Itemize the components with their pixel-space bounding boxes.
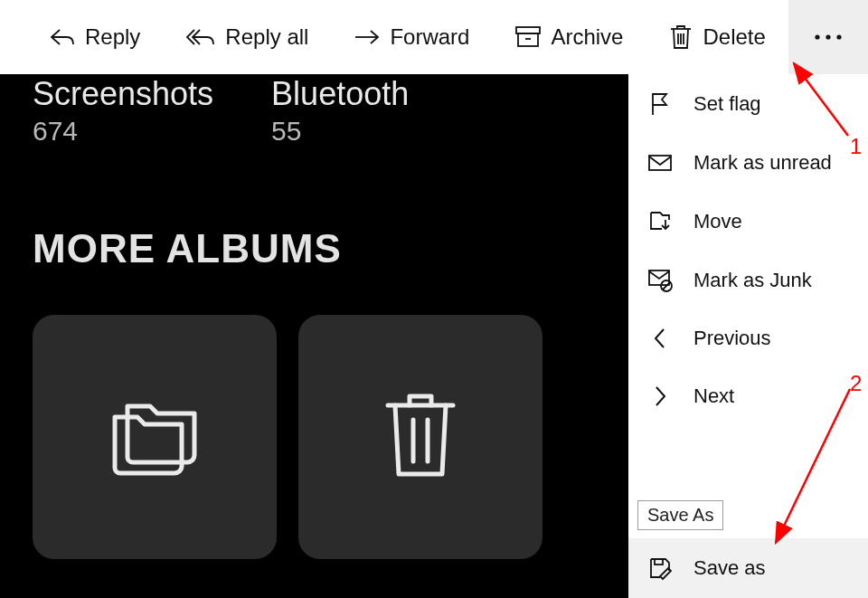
- move-icon: [646, 209, 674, 234]
- junk-icon: [646, 269, 674, 292]
- svg-rect-1: [518, 33, 538, 46]
- album-bluetooth[interactable]: Bluetooth 55: [271, 78, 409, 147]
- menu-label: Move: [693, 210, 742, 233]
- reply-icon: [49, 27, 76, 47]
- menu-previous[interactable]: Previous: [628, 309, 868, 367]
- menu-label: Set flag: [693, 92, 761, 116]
- trash-icon: [668, 24, 693, 51]
- delete-button[interactable]: Delete: [656, 14, 778, 60]
- reply-button[interactable]: Reply: [36, 15, 153, 59]
- album-title: Bluetooth: [271, 78, 409, 110]
- save-as-tooltip: Save As: [637, 500, 723, 530]
- menu-label: Save as: [693, 556, 766, 580]
- menu-move[interactable]: Move: [628, 192, 868, 252]
- svg-point-2: [815, 34, 819, 39]
- forward-button[interactable]: Forward: [341, 15, 482, 59]
- mail-icon: [646, 153, 674, 173]
- svg-rect-0: [516, 27, 540, 33]
- reply-all-icon: [185, 27, 216, 47]
- menu-label: Mark as Junk: [693, 269, 812, 292]
- mail-toolbar: Reply Reply all Forward Ar: [0, 0, 868, 74]
- more-actions-menu: Set flag Mark as unread Move: [628, 74, 868, 598]
- delete-label: Delete: [703, 24, 765, 50]
- svg-point-3: [826, 34, 830, 39]
- chevron-right-icon: [646, 384, 674, 408]
- save-as-icon: [646, 555, 674, 581]
- menu-set-flag[interactable]: Set flag: [628, 74, 868, 134]
- album-screenshots[interactable]: Screenshots 674: [33, 78, 213, 147]
- archive-button[interactable]: Archive: [502, 15, 636, 59]
- menu-mark-junk[interactable]: Mark as Junk: [628, 252, 868, 309]
- album-count: 674: [33, 116, 213, 147]
- album-tile-trash[interactable]: [298, 315, 542, 559]
- menu-label: Next: [693, 384, 734, 408]
- reply-all-label: Reply all: [225, 24, 308, 50]
- reply-all-button[interactable]: Reply all: [173, 15, 321, 59]
- more-albums-heading: MORE ALBUMS: [33, 226, 342, 271]
- svg-rect-5: [649, 156, 671, 170]
- menu-next[interactable]: Next: [628, 367, 868, 425]
- more-actions-button[interactable]: [788, 0, 868, 74]
- forward-label: Forward: [390, 24, 469, 50]
- forward-icon: [354, 28, 381, 46]
- album-count: 55: [271, 116, 409, 147]
- menu-label: Previous: [693, 327, 771, 350]
- ellipsis-icon: [810, 29, 846, 45]
- archive-icon: [514, 25, 542, 49]
- svg-point-4: [836, 34, 841, 39]
- menu-label: Mark as unread: [693, 151, 832, 175]
- archive-label: Archive: [551, 24, 623, 50]
- svg-rect-8: [655, 559, 663, 565]
- menu-save-as[interactable]: Save as: [628, 538, 868, 598]
- flag-icon: [646, 91, 674, 117]
- reply-label: Reply: [85, 24, 140, 50]
- chevron-left-icon: [646, 327, 674, 350]
- album-tile-folders[interactable]: [33, 315, 277, 559]
- menu-mark-unread[interactable]: Mark as unread: [628, 134, 868, 192]
- album-title: Screenshots: [33, 78, 213, 110]
- trash-icon: [375, 385, 466, 489]
- folders-icon: [100, 390, 209, 484]
